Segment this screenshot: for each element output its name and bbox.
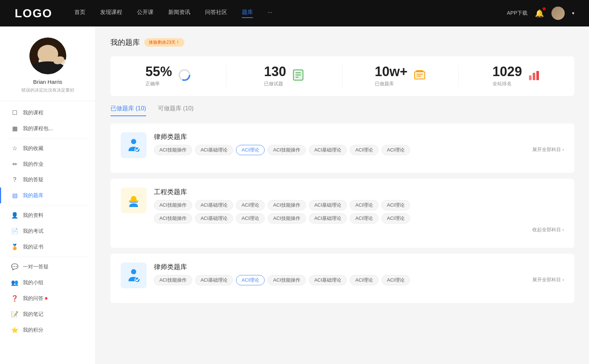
tag-lawyer1-6[interactable]: ACI理论 (350, 145, 378, 155)
tag-lawyer2-7[interactable]: ACI理论 (381, 275, 410, 285)
sidebar-menu: ☐ 我的课程 ▦ 我的课程包... ☆ 我的收藏 ✏ 我的作业 ? 我的答疑 ▤ (0, 101, 95, 342)
nav-questionbank[interactable]: 题库 (242, 9, 253, 18)
tag-eng-1-4[interactable]: ACI技能操作 (268, 200, 306, 210)
tag-eng-2-7[interactable]: ACI理论 (381, 213, 410, 224)
tag-lawyer2-3[interactable]: ACI理论 (236, 275, 265, 285)
tags-content-lawyer-2: ACI技能操作 ACI基础理论 ACI理论 ACI技能操作 ACI基础理论 AC… (154, 275, 532, 285)
courses-icon: ☐ (11, 109, 18, 116)
tag-lawyer2-4[interactable]: ACI技能操作 (268, 275, 306, 285)
sidebar-item-exam[interactable]: 📄 我的考试 (0, 223, 95, 239)
qa-dot-badge (45, 297, 47, 300)
tag-eng-2-3[interactable]: ACI理论 (236, 213, 265, 224)
user-avatar[interactable] (551, 7, 565, 20)
sidebar-item-one-on-one[interactable]: 💬 一对一答疑 (0, 259, 95, 275)
bell-icon: 🔔 (535, 9, 544, 17)
tag-eng-1-5[interactable]: ACI基础理论 (309, 200, 347, 210)
nav-discover[interactable]: 发现课程 (100, 9, 122, 18)
course-packages-icon: ▦ (11, 125, 18, 132)
nav-more[interactable]: ··· (268, 9, 272, 18)
navbar-right: APP下载 🔔 ▾ (507, 7, 574, 20)
sidebar-item-qa[interactable]: ? 我的答疑 (0, 172, 95, 188)
tag-eng-1-7[interactable]: ACI理论 (381, 200, 410, 210)
sidebar-item-certificate[interactable]: 🏅 我的证书 (0, 239, 95, 255)
tab-available-banks[interactable]: 可做题库 (10) (158, 105, 194, 116)
sidebar-item-favorites[interactable]: ☆ 我的收藏 (0, 140, 95, 156)
sidebar-item-course-packages[interactable]: ▦ 我的课程包... (0, 121, 95, 136)
expand-link-lawyer-1[interactable]: 展开全部科目 › (532, 145, 564, 153)
nav-opencourse[interactable]: 公开课 (137, 9, 154, 18)
expand-link-lawyer-2[interactable]: 展开全部科目 › (532, 275, 564, 283)
stat-accuracy-label: 正确率 (145, 81, 172, 87)
sidebar-item-questionbank[interactable]: ▤ 我的题库 (0, 188, 95, 203)
sidebar-item-homework[interactable]: ✏ 我的作业 (0, 156, 95, 172)
qbank-card-engineer: 工程类题库 ACI技能操作 ACI基础理论 ACI理论 ACI技能操作 ACI基… (110, 179, 574, 248)
tags-content-lawyer-1: ACI技能操作 ACI基础理论 ACI理论 ACI技能操作 ACI基础理论 AC… (154, 145, 532, 155)
qbank-title-lawyer-1: 律师类题库 (154, 132, 564, 141)
tag-lawyer2-2[interactable]: ACI基础理论 (195, 275, 233, 285)
stats-row: 55% 正确率 130 已做试题 (110, 56, 574, 96)
tag-lawyer2-6[interactable]: ACI理论 (350, 275, 378, 285)
lawyer-icon-wrap-1 (121, 132, 147, 158)
stat-done-label: 已做试题 (264, 81, 286, 87)
stat-banks-label: 已做题库 (375, 81, 408, 87)
stat-accuracy: 55% 正确率 (110, 65, 226, 87)
collapse-link-engineer[interactable]: 收起全部科目 › (154, 226, 564, 233)
lawyer-svg-icon-2 (126, 267, 142, 283)
tag-lawyer2-1[interactable]: ACI技能操作 (154, 275, 192, 285)
tag-eng-2-2[interactable]: ACI基础理论 (195, 213, 233, 224)
nav-home[interactable]: 首页 (74, 9, 85, 18)
qa-icon: ? (11, 176, 18, 183)
tag-eng-1-2[interactable]: ACI基础理论 (195, 200, 233, 210)
logo: LOGO (15, 7, 52, 20)
sidebar-item-group[interactable]: 👥 我的小组 (0, 275, 95, 290)
qbank-info-lawyer-2: 律师类题库 ACI技能操作 ACI基础理论 ACI理论 ACI技能操作 ACI基… (154, 263, 564, 285)
sidebar-item-my-qa[interactable]: ❓ 我的问答 (0, 290, 95, 306)
stat-rank: 1029 全站排名 (459, 65, 574, 87)
profile-motto: 错误的决定比没有决定要好 (21, 87, 74, 93)
user-menu-chevron[interactable]: ▾ (572, 11, 574, 16)
tag-eng-1-3[interactable]: ACI理论 (236, 200, 265, 210)
sidebar-item-notes[interactable]: 📝 我的笔记 (0, 306, 95, 322)
svg-rect-12 (529, 75, 532, 80)
tag-lawyer1-1[interactable]: ACI技能操作 (154, 145, 192, 155)
nav-qa[interactable]: 问答社区 (205, 9, 227, 18)
page-title: 我的题库 (110, 38, 140, 47)
tag-eng-1-1[interactable]: ACI技能操作 (154, 200, 192, 210)
tags-row-engineer-1: ACI技能操作 ACI基础理论 ACI理论 ACI技能操作 ACI基础理论 AC… (154, 200, 564, 210)
tags-section-engineer: ACI技能操作 ACI基础理论 ACI理论 ACI技能操作 ACI基础理论 AC… (154, 200, 564, 233)
stat-accuracy-text: 55% 正确率 (145, 65, 172, 87)
qbank-title-engineer: 工程类题库 (154, 188, 564, 196)
profile-section: Brian Harris 错误的决定比没有决定要好 (0, 38, 95, 101)
tag-eng-2-6[interactable]: ACI理论 (350, 213, 378, 224)
tags-row-engineer-2: ACI技能操作 ACI基础理论 ACI理论 ACI技能操作 ACI基础理论 AC… (154, 213, 564, 224)
qbank-header-lawyer-1: 律师类题库 ACI技能操作 ACI基础理论 ACI理论 ACI技能操作 ACI基… (121, 132, 564, 158)
app-download-btn[interactable]: APP下载 (507, 10, 528, 17)
sidebar-item-profile[interactable]: 👤 我的资料 (0, 207, 95, 223)
tag-lawyer2-5[interactable]: ACI基础理论 (309, 275, 347, 285)
nav-news[interactable]: 新闻资讯 (168, 9, 190, 18)
notification-bell[interactable]: 🔔 (535, 9, 544, 18)
my-qa-icon: ❓ (11, 295, 18, 302)
tag-lawyer1-4[interactable]: ACI技能操作 (268, 145, 306, 155)
stat-done-questions: 130 已做试题 (226, 65, 342, 87)
tag-lawyer1-7[interactable]: ACI理论 (381, 145, 410, 155)
tag-lawyer1-2[interactable]: ACI基础理论 (195, 145, 233, 155)
svg-rect-13 (533, 73, 535, 80)
tag-eng-2-4[interactable]: ACI技能操作 (268, 213, 306, 224)
tags-section-lawyer-1: ACI技能操作 ACI基础理论 ACI理论 ACI技能操作 ACI基础理论 AC… (154, 145, 564, 155)
tag-eng-2-1[interactable]: ACI技能操作 (154, 213, 192, 224)
tag-lawyer1-3[interactable]: ACI理论 (236, 145, 265, 155)
tab-done-banks[interactable]: 已做题库 (10) (110, 105, 146, 116)
tag-eng-2-5[interactable]: ACI基础理论 (309, 213, 347, 224)
qbank-info-engineer: 工程类题库 ACI技能操作 ACI基础理论 ACI理论 ACI技能操作 ACI基… (154, 188, 564, 233)
accuracy-chart-icon (178, 68, 191, 84)
sidebar-item-courses[interactable]: ☐ 我的课程 (0, 105, 95, 121)
stat-banks-text: 10w+ 已做题库 (375, 65, 408, 87)
notes-icon: 📝 (11, 311, 18, 318)
main-layout: Brian Harris 错误的决定比没有决定要好 ☐ 我的课程 ▦ 我的课程包… (0, 26, 589, 364)
done-questions-icon (292, 69, 304, 84)
tag-lawyer1-5[interactable]: ACI基础理论 (309, 145, 347, 155)
tag-eng-1-6[interactable]: ACI理论 (350, 200, 378, 210)
svg-rect-18 (129, 200, 138, 202)
sidebar-item-points[interactable]: ⭐ 我的积分 (0, 322, 95, 338)
